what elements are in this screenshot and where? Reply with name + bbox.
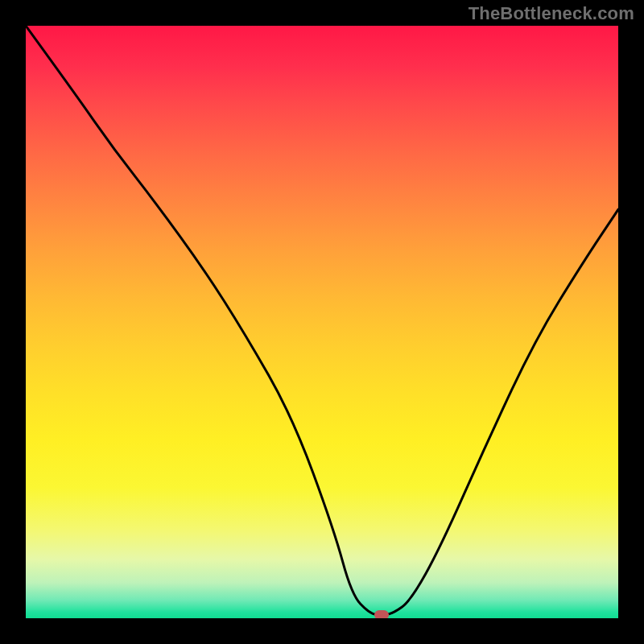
curve-minimum-marker xyxy=(374,610,389,620)
bottleneck-chart: TheBottleneck.com xyxy=(0,0,644,644)
watermark-text: TheBottleneck.com xyxy=(469,3,634,24)
chart-gradient-background xyxy=(26,26,618,618)
